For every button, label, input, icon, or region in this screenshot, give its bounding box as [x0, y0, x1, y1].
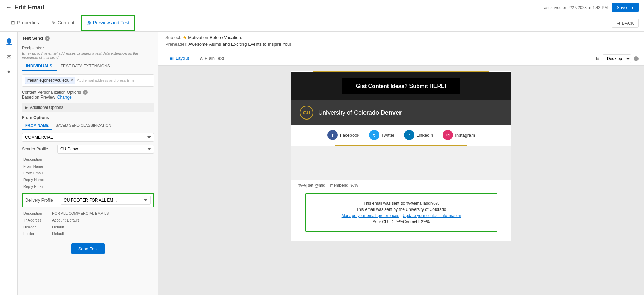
profile-reply-name-value	[52, 177, 154, 183]
save-dropdown-arrow[interactable]: ▾	[629, 5, 634, 10]
content-icon: ✎	[51, 20, 56, 25]
social-bar: f Facebook t Twitter in LinkedIn ig Inst…	[291, 125, 511, 145]
profile-reply-email-label: Reply Email	[23, 183, 51, 190]
desktop-icon: 🖥	[595, 56, 600, 61]
back-arrow-icon[interactable]: ←	[5, 4, 12, 11]
email-frame: Gist Content Ideas? Submit HERE! CU Univ…	[291, 71, 511, 241]
profile-from-name-value	[52, 163, 154, 170]
send-test-button[interactable]: Send Test	[71, 243, 105, 254]
preview-icon: ◎	[87, 20, 91, 25]
delivery-description-label: Description	[23, 210, 51, 217]
email-meta: Subject: ★ Motivation Before Vacation: P…	[158, 32, 644, 52]
tab-test-data-extensions[interactable]: TEST DATA EXTENSIONS	[57, 61, 114, 71]
tab-individuals[interactable]: INDIVIDUALS	[22, 61, 57, 71]
email-tag-value: melanie.jones@cu.edu	[27, 78, 69, 83]
personalization-section: Content Personalization Options i Based …	[22, 90, 154, 100]
tab-properties[interactable]: ⊞ Properties	[5, 15, 45, 31]
profile-reply-name-label: Reply Name	[23, 177, 51, 183]
preheader-label: Preheader:	[165, 42, 187, 47]
left-panel: Test Send i Recipients:* Enter up to fiv…	[18, 32, 158, 295]
additional-options[interactable]: ▶ Additional Options	[22, 103, 154, 112]
social-linkedin[interactable]: in LinkedIn	[404, 130, 433, 140]
preview-info-icon[interactable]: i	[634, 56, 639, 61]
logo-bar: CU University of Colorado Denver	[291, 100, 511, 125]
from-tabs: FROM NAME SAVED SEND CLASSIFICATION	[22, 122, 154, 130]
social-twitter[interactable]: t Twitter	[369, 130, 394, 140]
delivery-detail-footer: Footer Default	[23, 230, 154, 237]
tab-preview[interactable]: ◎ Preview and Test	[81, 15, 135, 31]
subject-row: Subject: ★ Motivation Before Vacation:	[165, 35, 637, 40]
sender-profile-row: Sender Profile CU Denve	[22, 145, 154, 154]
personalization-info-icon[interactable]: i	[83, 90, 88, 95]
content-area	[291, 146, 511, 180]
back-button-label: ◄ BACK	[616, 21, 634, 26]
profile-detail-reply-email: Reply Email	[23, 183, 154, 190]
tab-content[interactable]: ✎ Content	[46, 15, 80, 31]
tab-layout[interactable]: ▣ Layout	[164, 53, 194, 64]
email-tag-remove[interactable]: ×	[71, 78, 73, 83]
instagram-icon: ig	[443, 130, 453, 140]
desktop-dropdown[interactable]: Desktop	[603, 54, 631, 63]
main-layout: 👤 ✉ ✦ Test Send i Recipients:* Enter up …	[0, 32, 644, 295]
footer-line-1: This email was sent to: %%emailaddr%%	[311, 201, 491, 206]
sender-profile-dropdown[interactable]: CU Denve	[57, 145, 154, 154]
additional-options-label: Additional Options	[30, 105, 63, 110]
tab-from-name[interactable]: FROM NAME	[22, 122, 52, 130]
linkedin-icon: in	[404, 130, 414, 140]
top-bar: ← Edit Email Last saved on 2/27/2023 at …	[0, 0, 644, 15]
email-tag-container[interactable]: melanie.jones@cu.edu × Add email address…	[22, 74, 154, 87]
delivery-ip-label: IP Address	[23, 217, 51, 224]
profile-detail-description: Description	[23, 156, 154, 163]
email-add-hint: Add email address and press Enter	[77, 77, 136, 84]
delivery-header-value: Default	[52, 224, 154, 231]
profile-detail-reply-name: Reply Name	[23, 177, 154, 183]
test-send-info-icon[interactable]: i	[45, 36, 50, 41]
preview-area[interactable]: Gist Content Ideas? Submit HERE! CU Univ…	[158, 66, 644, 295]
profile-description-label: Description	[23, 156, 51, 163]
delivery-profile-row: Delivery Profile CU FOOTER FOR ALL EM...	[22, 193, 154, 207]
logo-text: University of Colorado Denver	[318, 109, 402, 116]
based-on-label: Based on Preview	[22, 95, 55, 100]
sender-profile-label: Sender Profile	[22, 147, 55, 151]
delivery-profile-label: Delivery Profile	[25, 198, 58, 203]
logo-text-bold: Denver	[381, 109, 402, 116]
delivery-details: Description FOR ALL COMMERCIAL EMAILS IP…	[23, 210, 154, 237]
recipients-hint: Enter up to five email addresses or sele…	[22, 51, 154, 59]
profile-details: Description From Name From Email Reply N…	[23, 156, 154, 190]
sidebar-star-icon[interactable]: ✦	[3, 66, 15, 78]
manage-preferences-link[interactable]: Manage your email preferences	[342, 213, 399, 218]
preheader-row: Preheader: Awesome Alums and Exciting Ev…	[165, 42, 637, 47]
profile-detail-from-email: From Email	[23, 170, 154, 177]
test-send-label: Test Send	[22, 36, 43, 41]
social-facebook[interactable]: f Facebook	[327, 130, 359, 140]
nav-tabs: ⊞ Properties ✎ Content ◎ Preview and Tes…	[0, 15, 644, 32]
update-contact-link[interactable]: Update your contact information	[403, 213, 461, 218]
footer-line-4: Your CU ID: %%Contact ID%%	[311, 219, 491, 224]
sidebar-person-icon[interactable]: 👤	[3, 36, 15, 48]
sidebar-email-icon[interactable]: ✉	[3, 51, 15, 63]
properties-icon: ⊞	[11, 20, 15, 25]
email-tag: melanie.jones@cu.edu ×	[25, 77, 75, 84]
delivery-detail-description: Description FOR ALL COMMERCIAL EMAILS	[23, 210, 154, 217]
top-bar-left: ← Edit Email	[5, 4, 44, 11]
preview-tab-right: 🖥 Desktop i	[595, 54, 639, 63]
back-button[interactable]: ◄ BACK	[612, 19, 639, 28]
profile-from-email-value	[52, 170, 154, 177]
delivery-profile-dropdown[interactable]: CU FOOTER FOR ALL EM...	[61, 196, 151, 205]
profile-reply-email-value	[52, 183, 154, 190]
social-instagram[interactable]: ig Instagram	[443, 130, 475, 140]
delivery-footer-value: Default	[52, 230, 154, 237]
tab-content-label: Content	[58, 20, 74, 25]
change-link[interactable]: Change	[57, 95, 72, 100]
test-send-section: Test Send i	[22, 36, 154, 41]
tab-saved-send-classification[interactable]: SAVED SEND CLASSIFICATION	[52, 122, 115, 130]
tab-plain-text[interactable]: A Plain Text	[194, 53, 229, 64]
save-button[interactable]: Save ▾	[612, 3, 639, 12]
facebook-icon: f	[327, 130, 338, 140]
classification-dropdown[interactable]: COMMERCIAL	[22, 133, 154, 142]
footer-code-text: %%[ set @mid = memberid ]%%	[298, 183, 358, 188]
cu-logo-icon: CU	[300, 106, 313, 120]
tab-layout-label: Layout	[176, 56, 189, 61]
recipient-tabs: INDIVIDUALS TEST DATA EXTENSIONS	[22, 61, 154, 71]
tab-plain-text-label: Plain Text	[205, 56, 224, 61]
